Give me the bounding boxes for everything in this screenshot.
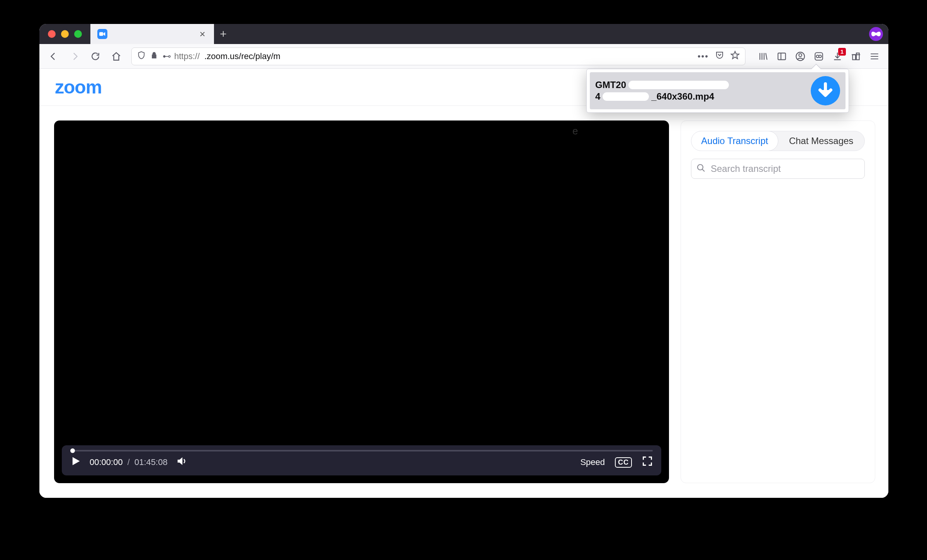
stray-character: e (572, 125, 578, 137)
nav-back-button[interactable] (45, 48, 63, 65)
zoom-logo: zoom (55, 76, 102, 98)
redacted-segment (628, 81, 729, 89)
window-close-button[interactable] (48, 30, 56, 38)
video-controls: 00:00:00 / 01:45:08 Speed CC (62, 445, 661, 475)
nav-bar: ⊷ https:// .zoom.us/rec/play/m ••• (39, 44, 888, 69)
browser-tab[interactable]: × (90, 24, 214, 44)
browser-window: × + (39, 24, 888, 498)
svg-rect-0 (99, 32, 103, 36)
download-filename-line2-prefix: 4 (595, 91, 600, 102)
download-filename-line1: GMT20 (595, 80, 626, 90)
tab-audio-transcript[interactable]: Audio Transcript (691, 131, 778, 151)
svg-point-3 (799, 53, 802, 56)
download-filename-line2-suffix: _640x360.mp4 (651, 91, 714, 102)
svg-rect-8 (856, 53, 859, 59)
permissions-icon[interactable]: ⊷ (163, 51, 170, 61)
sidebar-toggle-icon[interactable] (773, 48, 790, 65)
play-button[interactable] (70, 456, 81, 469)
page-actions-icon[interactable]: ••• (698, 51, 709, 61)
whats-new-icon[interactable] (847, 48, 864, 65)
url-text: .zoom.us/rec/play/m (204, 51, 280, 61)
current-time: 00:00:00 (90, 457, 123, 467)
shield-icon[interactable] (137, 51, 146, 62)
speed-button[interactable]: Speed (580, 457, 605, 467)
account-icon[interactable] (792, 48, 809, 65)
downloads-popup: GMT20 4 _640x360.mp4 (586, 69, 849, 113)
time-separator: / (127, 457, 130, 467)
lock-icon (150, 51, 158, 61)
download-item[interactable]: GMT20 4 _640x360.mp4 (590, 72, 846, 109)
redacted-segment (603, 92, 649, 101)
cc-button[interactable]: CC (615, 457, 632, 468)
nav-home-button[interactable] (107, 48, 125, 65)
downloads-badge: 1 (838, 48, 846, 56)
extension-square-icon[interactable] (810, 48, 827, 65)
tab-strip: × + (39, 24, 888, 44)
nav-reload-button[interactable] (87, 48, 104, 65)
page-content: zoom 00:00:00 / (39, 69, 888, 498)
pocket-icon[interactable] (715, 51, 724, 62)
svg-rect-7 (852, 54, 856, 59)
url-protocol: https:// (174, 51, 200, 61)
zoom-favicon-icon (97, 29, 107, 39)
extension-mask-icon[interactable] (869, 27, 883, 41)
video-canvas[interactable] (54, 120, 669, 445)
svg-rect-1 (778, 53, 786, 59)
transcript-sidebar: Audio Transcript Chat Messages (681, 120, 875, 483)
total-time: 01:45:08 (134, 457, 168, 467)
video-player[interactable]: 00:00:00 / 01:45:08 Speed CC (54, 120, 669, 483)
nav-forward-button[interactable] (66, 48, 83, 65)
window-minimize-button[interactable] (61, 30, 69, 38)
library-icon[interactable] (755, 48, 772, 65)
fullscreen-button[interactable] (642, 456, 653, 469)
window-maximize-button[interactable] (74, 30, 82, 38)
toolbar-right: 1 (752, 48, 883, 65)
sidebar-tab-switch: Audio Transcript Chat Messages (691, 131, 865, 151)
download-action-button[interactable] (811, 76, 840, 105)
window-controls (39, 30, 90, 44)
transcript-search-input[interactable] (691, 159, 865, 179)
video-progress-bar[interactable] (70, 450, 653, 451)
svg-point-6 (819, 55, 822, 58)
bookmark-star-icon[interactable] (730, 51, 740, 62)
address-bar[interactable]: ⊷ https:// .zoom.us/rec/play/m ••• (131, 48, 745, 65)
new-tab-button[interactable]: + (214, 24, 233, 44)
search-icon (696, 163, 706, 174)
close-tab-icon[interactable]: × (198, 29, 207, 39)
transcript-search (691, 159, 865, 179)
tab-chat-messages[interactable]: Chat Messages (778, 131, 864, 151)
svg-point-9 (698, 165, 703, 170)
volume-button[interactable] (176, 455, 188, 469)
downloads-icon[interactable]: 1 (829, 48, 846, 65)
app-menu-icon[interactable] (866, 48, 883, 65)
